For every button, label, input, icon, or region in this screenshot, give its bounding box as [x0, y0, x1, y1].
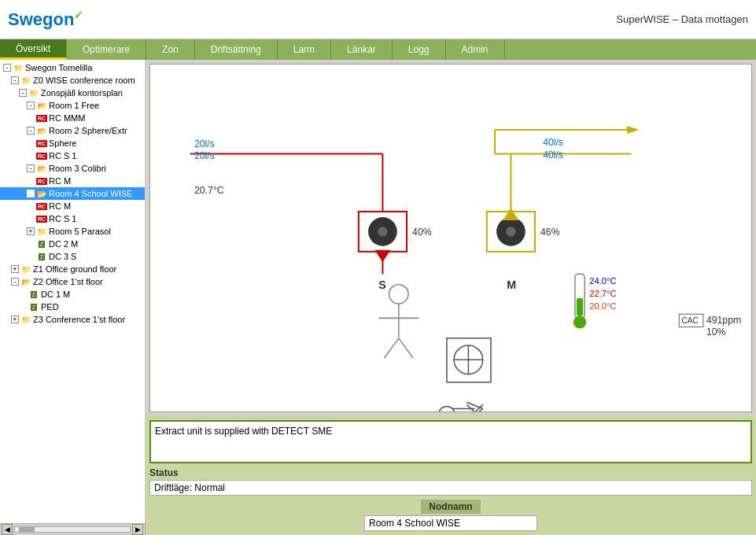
expand-swegon[interactable]: -	[3, 64, 11, 72]
status-label: Status	[149, 467, 752, 478]
sidebar-item-room5[interactable]: + 📁 Room 5 Parasol	[0, 225, 145, 238]
svg-text:M: M	[507, 279, 516, 291]
sidebar-item-dc2m[interactable]: Z DC 2 M	[0, 238, 145, 250]
expand-z1[interactable]: +	[11, 265, 19, 273]
sidebar-item-z2[interactable]: - 📂 Z2 Office 1'st floor	[0, 275, 145, 288]
svg-text:40l/s: 40l/s	[543, 137, 563, 148]
svg-point-20	[506, 227, 515, 236]
nodnamn-label: Nodnamn	[421, 500, 480, 514]
svg-text:CAC: CAC	[681, 316, 698, 325]
svg-point-6	[378, 227, 387, 236]
info-text: Extract unit is supplied with DETECT SME	[155, 426, 332, 437]
nav-driftsattning[interactable]: Driftsättning	[195, 39, 278, 60]
scroll-thumb[interactable]	[19, 527, 35, 532]
header: Swegon✓ SuperWISE – Data mottagen	[0, 0, 756, 39]
sidebar-item-swegon-tomelilla[interactable]: - 📁 Swegon Tomelilla	[0, 61, 145, 74]
rc-icon-m-r4: RC	[36, 201, 47, 212]
sidebar-item-dc1m[interactable]: Z DC 1 M	[0, 288, 145, 301]
sidebar-item-rc-m-r3[interactable]: RC RC M	[0, 175, 145, 187]
svg-text:20l/s: 20l/s	[194, 150, 215, 161]
logo: Swegon✓	[8, 9, 83, 30]
sidebar-scrollbar[interactable]: ◀ ▶	[0, 523, 145, 535]
expand-room1[interactable]: -	[27, 101, 35, 109]
bottom-panels: Extract unit is supplied with DETECT SME…	[146, 416, 756, 535]
sidebar-item-room2[interactable]: - 📂 Room 2 Sphere/Extr	[0, 124, 145, 137]
zone-icon-dc3s: Z	[36, 251, 47, 262]
nav-optimerare[interactable]: Optimerare	[67, 39, 146, 60]
nav-lankar[interactable]: Länkar	[331, 39, 393, 60]
sidebar-item-sphere[interactable]: RC Sphere	[0, 137, 145, 149]
svg-text:22.7°C: 22.7°C	[589, 289, 616, 298]
rc-icon-mmm: RC	[36, 113, 47, 124]
expand-room5[interactable]: +	[27, 227, 35, 235]
sidebar-item-z1[interactable]: + 📁 Z1 Office ground floor	[0, 263, 145, 275]
nav-logg[interactable]: Logg	[393, 39, 446, 60]
info-box: Extract unit is supplied with DETECT SME	[149, 420, 752, 463]
folder-icon-room5: 📁	[36, 226, 47, 237]
folder-icon: 📁	[13, 62, 24, 73]
folder-icon-z0: 📁	[20, 75, 31, 86]
rc-icon-s1-r4: RC	[36, 213, 47, 224]
expand-z0[interactable]: -	[11, 76, 19, 84]
svg-text:40l/s: 40l/s	[543, 149, 563, 160]
sidebar-item-room4[interactable]: - 📂 Room 4 School WISE	[0, 187, 145, 200]
folder-icon-room4: 📂	[36, 188, 47, 199]
svg-rect-32	[577, 298, 583, 315]
nodnamn-input-wrapper	[149, 515, 752, 531]
svg-text:10%: 10%	[706, 327, 726, 338]
scroll-left[interactable]: ◀	[2, 524, 13, 535]
navigation: Översikt Optimerare Zon Driftsättning La…	[0, 39, 756, 60]
rc-icon-m-r3: RC	[36, 175, 47, 186]
sidebar-item-rc-mmm[interactable]: RC RC MMM	[0, 112, 145, 124]
diagram-svg: 20l/s 20l/s 20.7°C S 40%	[150, 65, 751, 411]
hvac-diagram: 20l/s 20l/s 20.7°C S 40%	[149, 64, 752, 412]
header-title: SuperWISE – Data mottagen	[616, 13, 748, 25]
expand-room3[interactable]: -	[27, 164, 35, 172]
expand-z3[interactable]: +	[11, 315, 19, 323]
svg-text:40%: 40%	[412, 227, 432, 238]
nav-larm[interactable]: Larm	[278, 39, 331, 60]
sidebar-item-z3[interactable]: + 📁 Z3 Conference 1'st floor	[0, 313, 145, 326]
sidebar-item-dc3s[interactable]: Z DC 3 S	[0, 250, 145, 263]
sidebar-item-z0[interactable]: - 📁 Z0 WISE conference room	[0, 74, 145, 87]
status-section: Status Driftläge: Normal	[149, 467, 752, 496]
svg-line-30	[399, 338, 413, 358]
sidebar-item-ped[interactable]: Z PED	[0, 301, 145, 313]
expand-room4[interactable]: -	[27, 190, 35, 197]
sidebar-item-room1[interactable]: - 📂 Room 1 Free	[0, 99, 145, 112]
scroll-track[interactable]	[14, 526, 131, 533]
svg-text:20.0°C: 20.0°C	[589, 301, 616, 311]
expand-room2[interactable]: -	[27, 127, 35, 135]
expand-zonspjall[interactable]: -	[19, 89, 27, 97]
content-area: 20l/s 20l/s 20.7°C S 40%	[146, 60, 756, 535]
zone-icon-ped: Z	[28, 301, 39, 312]
nodnamn-input[interactable]	[364, 515, 537, 531]
sidebar-item-rc-s1-r4[interactable]: RC RC S 1	[0, 212, 145, 225]
expand-z2[interactable]: -	[11, 278, 19, 286]
sidebar-item-zonspjall[interactable]: - 📁 Zonspjäll kontorsplan	[0, 87, 145, 99]
zone-icon-dc2m: Z	[36, 238, 47, 249]
svg-line-29	[384, 338, 398, 358]
zone-icon-dc1m: Z	[28, 289, 39, 300]
folder-icon-z2: 📂	[20, 276, 31, 287]
folder-icon-z1: 📁	[20, 264, 31, 275]
nav-zon[interactable]: Zon	[146, 39, 195, 60]
folder-icon-room1: 📂	[36, 100, 47, 111]
folder-icon-z3: 📁	[20, 314, 31, 325]
scroll-right[interactable]: ▶	[132, 524, 143, 535]
nav-admin[interactable]: Admin	[446, 39, 505, 60]
main-layout: - 📁 Swegon Tomelilla - 📁 Z0 WISE confere…	[0, 60, 756, 535]
sidebar-tree: - 📁 Swegon Tomelilla - 📁 Z0 WISE confere…	[0, 60, 146, 523]
svg-text:491ppm: 491ppm	[706, 315, 741, 326]
rc-icon-s1-r2: RC	[36, 150, 47, 161]
svg-point-26	[389, 285, 408, 304]
svg-marker-15	[627, 126, 639, 134]
sidebar-item-room3[interactable]: - 📂 Room 3 Colibri	[0, 162, 145, 175]
svg-text:20.7°C: 20.7°C	[194, 185, 224, 196]
sidebar-item-rc-m-r4[interactable]: RC RC M	[0, 200, 145, 212]
nav-oversikt[interactable]: Översikt	[0, 39, 67, 60]
sidebar-item-rc-s1-r2[interactable]: RC RC S 1	[0, 149, 145, 162]
svg-point-45	[439, 406, 455, 411]
svg-text:S: S	[378, 279, 386, 291]
logo-mark: ✓	[74, 9, 83, 21]
